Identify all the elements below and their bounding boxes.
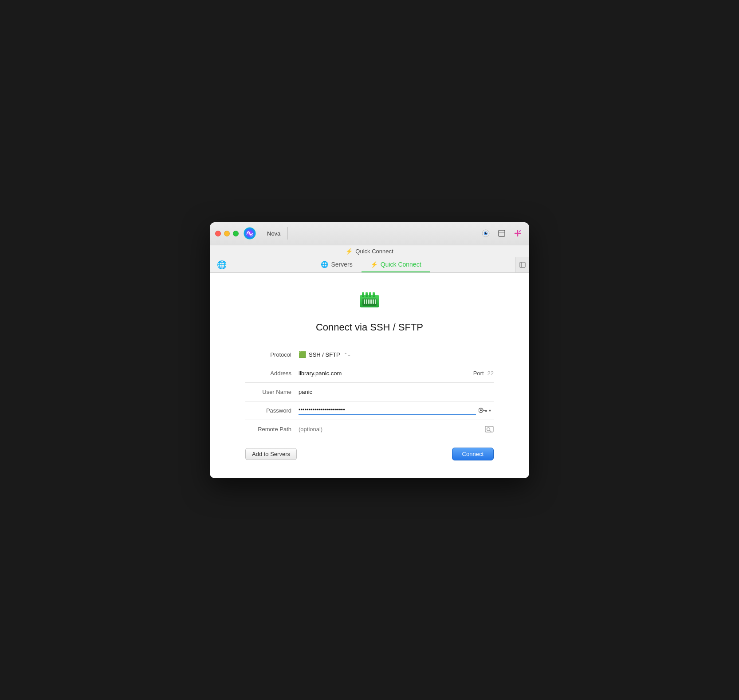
window-layout-icon: [498, 230, 505, 237]
titlebar-right: [480, 227, 524, 240]
protocol-row: Protocol 🟩 SSH / SFTP ⌃⌄: [245, 346, 494, 364]
svg-rect-19: [366, 299, 367, 304]
address-input[interactable]: [299, 370, 473, 377]
svg-rect-10: [520, 262, 525, 267]
header-wrapper: ⚡ Quick Connect 🌐 🌐 Servers ⚡ Quick Conn…: [210, 245, 529, 273]
port-value: 22: [487, 370, 494, 377]
globe-left-icon[interactable]: 🌐: [210, 260, 234, 270]
sidebar-toggle-icon: [519, 262, 526, 268]
protocol-value: SSH / SFTP: [309, 351, 340, 358]
servers-tab-label: Servers: [331, 261, 352, 268]
header-title: Quick Connect: [355, 248, 393, 255]
header-top: ⚡ Quick Connect: [346, 248, 393, 255]
remote-path-label: Remote Path: [245, 426, 299, 433]
svg-line-31: [490, 430, 491, 432]
titlebar: Nova: [210, 222, 529, 245]
quick-connect-tab-icon: ⚡: [370, 261, 378, 268]
svg-rect-20: [368, 299, 370, 304]
quick-connect-tab-label: Quick Connect: [381, 261, 421, 268]
svg-rect-15: [369, 292, 371, 297]
svg-rect-16: [373, 292, 375, 297]
remote-path-input[interactable]: [299, 426, 485, 433]
tabs-row: 🌐 🌐 Servers ⚡ Quick Connect ⊞: [210, 257, 529, 272]
add-tab-button[interactable]: [511, 227, 524, 240]
action-row: Add to Servers Connect: [245, 448, 494, 460]
svg-point-25: [480, 409, 482, 411]
minimize-button[interactable]: [224, 231, 230, 236]
connection-icon-wrap: [356, 286, 383, 315]
port-label: Port: [473, 370, 484, 377]
svg-rect-5: [499, 230, 505, 236]
protocol-chevron-icon: ⌃⌄: [344, 352, 351, 357]
main-content: Connect via SSH / SFTP Protocol 🟩 SSH / …: [210, 273, 529, 478]
password-row: Password ▾: [245, 401, 494, 420]
remote-path-input-row: [299, 425, 494, 434]
traffic-lights: [215, 231, 239, 236]
key-dropdown-button[interactable]: ▾: [476, 406, 494, 414]
sidebar-toggle-button[interactable]: [515, 257, 529, 272]
password-input-row: ▾: [299, 406, 494, 415]
close-button[interactable]: [215, 231, 221, 236]
protocol-select[interactable]: 🟩 SSH / SFTP ⌃⌄: [299, 351, 351, 358]
svg-point-4: [486, 232, 487, 233]
key-icon: [479, 407, 487, 413]
svg-rect-14: [366, 292, 368, 297]
eye-icon: [482, 229, 490, 237]
tab-divider: [287, 227, 288, 240]
tab-title: Nova: [260, 228, 287, 239]
remote-path-row: Remote Path: [245, 420, 494, 439]
ethernet-icon: [356, 286, 383, 313]
window-layout-button[interactable]: [495, 227, 508, 240]
protocol-icon: 🟩: [299, 351, 306, 358]
servers-tab-icon: 🌐: [321, 261, 328, 268]
address-row: Address Port 22: [245, 364, 494, 383]
tabs-center: 🌐 Servers ⚡ Quick Connect: [234, 257, 508, 272]
svg-rect-29: [485, 426, 493, 432]
svg-rect-6: [499, 232, 505, 232]
add-icon: [514, 229, 522, 237]
address-label: Address: [245, 370, 299, 377]
window-tab[interactable]: Nova: [260, 228, 287, 239]
connect-title: Connect via SSH / SFTP: [316, 322, 423, 333]
lightning-icon: ⚡: [346, 248, 353, 255]
eye-button[interactable]: [480, 227, 492, 240]
username-input[interactable]: [299, 389, 494, 395]
username-label: User Name: [245, 389, 299, 395]
app-window: Nova: [210, 222, 529, 478]
svg-rect-21: [370, 299, 372, 304]
svg-line-9: [519, 231, 520, 232]
password-input[interactable]: [299, 406, 476, 415]
password-label: Password: [245, 407, 299, 414]
add-to-servers-button[interactable]: Add to Servers: [245, 448, 297, 460]
header-bar: ⚡ Quick Connect 🌐 🌐 Servers ⚡ Quick Conn…: [210, 245, 529, 273]
address-input-row: Port 22: [299, 370, 494, 377]
key-chevron-icon: ▾: [489, 408, 491, 413]
svg-rect-22: [373, 299, 374, 304]
maximize-button[interactable]: [233, 231, 239, 236]
svg-rect-23: [375, 299, 376, 304]
app-icon: [243, 227, 256, 240]
browse-icon: [485, 425, 494, 433]
svg-rect-13: [362, 292, 364, 297]
tab-servers[interactable]: 🌐 Servers: [312, 257, 361, 272]
username-row: User Name: [245, 383, 494, 401]
remote-browse-button[interactable]: [485, 425, 494, 434]
connect-button[interactable]: Connect: [452, 448, 494, 460]
form-area: Protocol 🟩 SSH / SFTP ⌃⌄ Address Port 22…: [245, 346, 494, 439]
tab-quick-connect[interactable]: ⚡ Quick Connect: [362, 257, 430, 272]
svg-rect-18: [364, 299, 365, 304]
protocol-label: Protocol: [245, 351, 299, 358]
